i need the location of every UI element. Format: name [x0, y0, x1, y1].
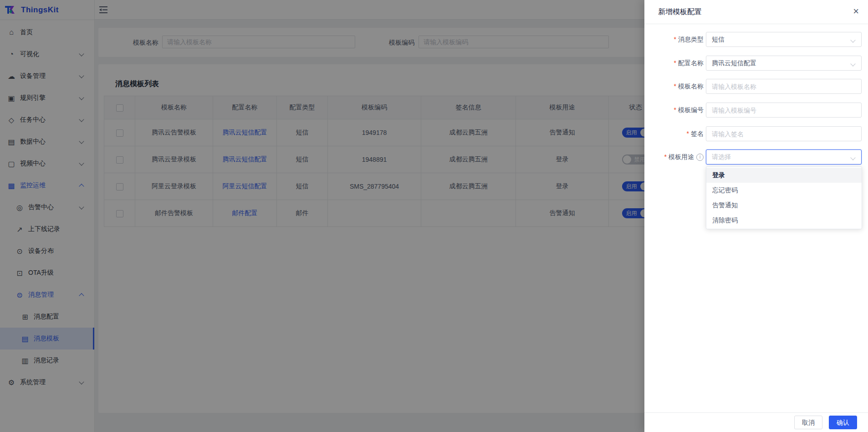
required-asterisk: * [687, 130, 689, 137]
drawer-title: 新增模板配置 [658, 0, 702, 24]
usage-dropdown: 登录 忘记密码 告警通知 清除密码 [706, 166, 862, 229]
signature-label: 签名 [691, 130, 704, 137]
msg-type-label: 消息类型 [678, 36, 704, 43]
signature-input[interactable] [706, 126, 862, 141]
dropdown-option-forgot-password[interactable]: 忘记密码 [706, 183, 862, 198]
required-asterisk: * [664, 153, 667, 160]
template-usage-label: 模板用途 [669, 153, 694, 160]
field-template-usage: *模板用途i 请选择 [644, 149, 868, 165]
template-name-field-label: 模板名称 [678, 82, 704, 90]
confirm-button[interactable]: 确认 [829, 416, 857, 429]
required-asterisk: * [674, 59, 676, 67]
chevron-down-icon [850, 61, 855, 66]
required-asterisk: * [674, 36, 676, 43]
template-code-field-label: 模板编号 [678, 106, 704, 113]
msg-type-select[interactable]: 短信 [706, 32, 862, 47]
drawer-header: 新增模板配置 × [644, 0, 868, 24]
field-signature: *签名 [644, 126, 868, 141]
info-icon[interactable]: i [696, 154, 704, 161]
field-template-name: *模板名称 [644, 79, 868, 94]
screen: ThingsKit ⌂ 首页 ◔ 可视化 ☁ 设备管理 ▣ 规则引擎 ◇ 任务中… [0, 0, 868, 432]
drawer-footer: 取消 确认 [644, 412, 868, 432]
dropdown-option-clear-password[interactable]: 清除密码 [706, 213, 862, 228]
cancel-button[interactable]: 取消 [794, 416, 822, 429]
dropdown-option-login[interactable]: 登录 [706, 168, 862, 183]
required-asterisk: * [674, 82, 676, 90]
close-icon[interactable]: × [853, 5, 859, 18]
required-asterisk: * [674, 106, 676, 113]
template-name-input[interactable] [706, 79, 862, 94]
config-name-select[interactable]: 腾讯云短信配置 [706, 56, 862, 71]
template-usage-select[interactable]: 请选择 [706, 149, 862, 165]
chevron-down-icon [850, 37, 855, 42]
chevron-down-icon [850, 155, 855, 160]
field-template-code: *模板编号 [644, 103, 868, 118]
field-msg-type: *消息类型 短信 [644, 32, 868, 47]
config-name-label: 配置名称 [678, 59, 704, 67]
dropdown-option-alert-notify[interactable]: 告警通知 [706, 198, 862, 213]
field-config-name: *配置名称 腾讯云短信配置 [644, 56, 868, 71]
add-template-drawer: 新增模板配置 × *消息类型 短信 *配置名称 腾讯云短信配置 *模板名称 *模… [644, 0, 868, 432]
template-code-input[interactable] [706, 103, 862, 118]
